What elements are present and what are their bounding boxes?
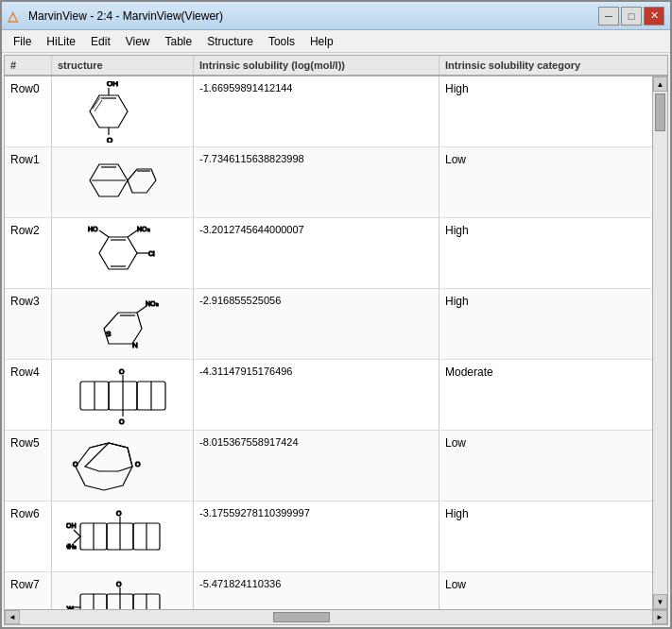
svg-line-53 bbox=[74, 536, 80, 543]
cell-row5-structure: O O bbox=[52, 431, 194, 501]
cell-row0-index: Row0 bbox=[5, 76, 52, 146]
svg-text:O: O bbox=[119, 418, 125, 425]
svg-marker-0 bbox=[90, 95, 128, 128]
svg-text:OH: OH bbox=[107, 81, 118, 88]
svg-text:OH: OH bbox=[66, 522, 77, 529]
svg-line-7 bbox=[93, 97, 100, 109]
scroll-track[interactable] bbox=[653, 92, 667, 594]
svg-marker-14 bbox=[99, 237, 137, 269]
data-table: # structure Intrinsic solubility (log(mo… bbox=[4, 55, 668, 625]
cell-row5-solubility: -8.015367558917424 bbox=[194, 431, 439, 501]
svg-marker-23 bbox=[104, 313, 142, 344]
table-row: Row5 O O bbox=[5, 431, 652, 502]
cell-row6-structure: OH NH₂ O bbox=[52, 502, 194, 571]
cell-row1-structure bbox=[52, 147, 194, 217]
close-button[interactable]: ✕ bbox=[644, 7, 664, 26]
cell-row6-solubility: -3.17559278110399997 bbox=[194, 502, 439, 571]
cell-row7-solubility: -5.471824110336 bbox=[194, 572, 439, 609]
cell-row3-solubility: -2.916855525056 bbox=[194, 289, 439, 359]
header-structure: structure bbox=[52, 56, 194, 75]
maximize-button[interactable]: □ bbox=[621, 7, 642, 26]
table-body: Row0 OH bbox=[5, 76, 652, 609]
table-body-wrapper: Row0 OH bbox=[5, 76, 667, 609]
cell-row0-solubility: -1.66959891412144 bbox=[194, 76, 439, 146]
header-solubility: Intrinsic solubility (log(mol/l)) bbox=[194, 56, 439, 75]
menu-help[interactable]: Help bbox=[302, 33, 341, 50]
cell-row2-structure: NO₂ Cl HO bbox=[52, 218, 194, 288]
window-controls: ─ □ ✕ bbox=[598, 7, 664, 26]
minimize-button[interactable]: ─ bbox=[598, 7, 619, 26]
title-bar: △ MarvinView - 2:4 - MarvinView(Viewer) … bbox=[2, 2, 670, 30]
menu-tools[interactable]: Tools bbox=[261, 33, 302, 50]
scroll-down-button[interactable]: ▼ bbox=[653, 594, 667, 609]
cell-row7-index: Row7 bbox=[5, 572, 52, 609]
cell-row1-solubility: -7.7346115638823998 bbox=[194, 147, 439, 217]
app-icon: △ bbox=[8, 8, 23, 24]
table-row: Row1 bbox=[5, 147, 652, 218]
cell-row0-structure: OH O bbox=[52, 76, 194, 146]
cell-row4-structure: O O bbox=[52, 360, 194, 430]
scroll-thumb[interactable] bbox=[655, 94, 665, 131]
menu-bar: File HiLite Edit View Table Structure To… bbox=[2, 30, 670, 53]
cell-row4-index: Row4 bbox=[5, 360, 52, 430]
menu-hilite[interactable]: HiLite bbox=[39, 33, 83, 50]
cell-row3-structure: S N NO₂ bbox=[52, 289, 194, 359]
cell-row1-category: Low bbox=[439, 147, 652, 217]
cell-row3-category: High bbox=[439, 289, 652, 359]
cell-row7-structure: COOH O O bbox=[52, 572, 194, 609]
svg-text:O: O bbox=[107, 136, 112, 143]
svg-text:HO: HO bbox=[88, 226, 98, 232]
scroll-right-button[interactable]: ► bbox=[652, 610, 667, 624]
horizontal-scrollbar[interactable]: ◄ ► bbox=[5, 609, 667, 624]
svg-text:NH₂: NH₂ bbox=[66, 543, 77, 550]
svg-line-27 bbox=[137, 306, 146, 313]
cell-row5-index: Row5 bbox=[5, 431, 52, 501]
header-category: Intrinsic solubility category bbox=[439, 56, 652, 75]
cell-row7-category: Low bbox=[439, 572, 652, 609]
svg-line-51 bbox=[74, 530, 80, 536]
svg-line-17 bbox=[128, 230, 137, 237]
svg-text:S: S bbox=[106, 330, 111, 338]
table-row: Row0 OH bbox=[5, 76, 652, 147]
title-bar-left: △ MarvinView - 2:4 - MarvinView(Viewer) bbox=[8, 8, 223, 24]
scroll-left-button[interactable]: ◄ bbox=[5, 610, 20, 624]
svg-text:O: O bbox=[135, 461, 141, 468]
table-row: Row6 bbox=[5, 502, 652, 572]
svg-text:NO₂: NO₂ bbox=[137, 226, 150, 232]
svg-text:Cl: Cl bbox=[148, 250, 155, 257]
menu-view[interactable]: View bbox=[118, 33, 158, 50]
svg-text:NO₂: NO₂ bbox=[146, 300, 159, 307]
cell-row2-index: Row2 bbox=[5, 218, 52, 288]
cell-row4-solubility: -4.31147915176496 bbox=[194, 360, 439, 430]
scroll-h-thumb[interactable] bbox=[273, 612, 330, 622]
menu-structure[interactable]: Structure bbox=[199, 33, 261, 50]
cell-row1-index: Row1 bbox=[5, 147, 52, 217]
vertical-scrollbar[interactable]: ▲ ▼ bbox=[652, 76, 667, 609]
svg-line-42 bbox=[109, 443, 128, 448]
table-row: Row4 bbox=[5, 360, 652, 431]
scroll-up-button[interactable]: ▲ bbox=[653, 76, 667, 92]
main-window: △ MarvinView - 2:4 - MarvinView(Viewer) … bbox=[0, 0, 672, 629]
svg-text:N: N bbox=[132, 341, 138, 349]
cell-row2-solubility: -3.2012745644000007 bbox=[194, 218, 439, 288]
cell-row5-category: Low bbox=[439, 431, 652, 501]
window-title: MarvinView - 2:4 - MarvinView(Viewer) bbox=[28, 9, 223, 23]
cell-row6-category: High bbox=[439, 502, 652, 571]
scroll-h-track[interactable] bbox=[20, 610, 652, 624]
svg-text:O: O bbox=[73, 461, 78, 468]
table-row: Row3 S N bbox=[5, 289, 652, 360]
svg-marker-12 bbox=[128, 169, 156, 193]
table-row: Row7 bbox=[5, 572, 652, 609]
svg-text:O: O bbox=[119, 368, 125, 375]
cell-row6-index: Row6 bbox=[5, 502, 52, 571]
menu-edit[interactable]: Edit bbox=[83, 33, 118, 50]
svg-marker-39 bbox=[76, 443, 132, 490]
menu-table[interactable]: Table bbox=[158, 33, 200, 50]
table-row: Row2 NO₂ bbox=[5, 218, 652, 289]
cell-row4-category: Moderate bbox=[439, 360, 652, 430]
cell-row3-index: Row3 bbox=[5, 289, 52, 359]
menu-file[interactable]: File bbox=[6, 33, 39, 50]
svg-line-21 bbox=[99, 230, 109, 237]
svg-text:O: O bbox=[116, 581, 122, 587]
svg-text:O: O bbox=[116, 510, 122, 517]
